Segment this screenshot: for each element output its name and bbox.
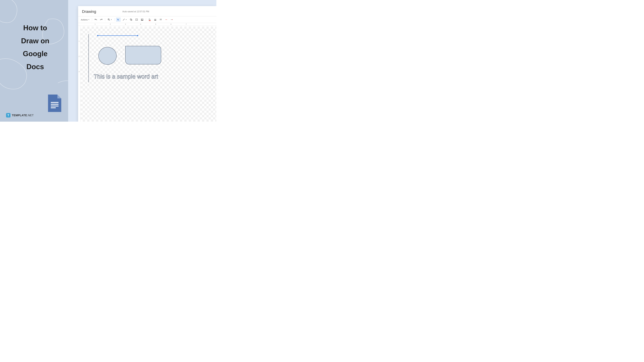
fill-color-icon (148, 18, 151, 21)
undo-button[interactable] (94, 18, 98, 22)
separator (146, 18, 146, 21)
template-logo-icon: T (6, 113, 10, 117)
svg-text:T: T (136, 19, 137, 20)
google-docs-icon (48, 95, 61, 112)
horizontal-line-shape-selected[interactable] (98, 35, 138, 36)
shape-icon (130, 18, 132, 21)
image-button[interactable] (140, 18, 144, 22)
template-net-logo: T TEMPLATE.NET (6, 113, 34, 117)
select-tool-button[interactable] (116, 18, 120, 22)
vertical-line-shape[interactable] (88, 34, 89, 82)
ruler-mark: 5 (156, 23, 156, 25)
undo-icon (94, 18, 97, 21)
brand-name: TEMPLATE (12, 114, 27, 117)
ruler-mark: 3 (125, 23, 126, 25)
redo-icon (100, 18, 102, 21)
line-tool-button[interactable]: ▼ (122, 18, 128, 22)
horizontal-ruler: 1 2 3 4 5 6 7 (78, 23, 216, 26)
drawing-canvas[interactable]: This is a sample word art (80, 27, 216, 122)
drawing-header: Drawing Auto-saved at 12:57:01 PM (78, 6, 216, 16)
word-art-text[interactable]: This is a sample word art (94, 73, 158, 80)
circle-shape[interactable] (98, 47, 116, 65)
text-box-icon: T (135, 18, 138, 21)
drawing-title: Drawing (82, 10, 96, 14)
cursor-icon (117, 18, 120, 21)
ruler-mark: 6 (170, 23, 172, 25)
shape-tool-button[interactable] (129, 18, 134, 22)
line-weight-button[interactable] (153, 18, 158, 22)
brand-suffix: .NET (27, 114, 34, 117)
zoom-button[interactable]: ▼ (106, 18, 113, 22)
actions-label: Actions (81, 19, 88, 21)
line-icon (122, 18, 125, 21)
main-title: How to Draw on Google Docs (14, 22, 56, 73)
svg-line-1 (109, 20, 110, 21)
svg-point-10 (142, 19, 142, 20)
toolbar: Actions ▼ ▼ (78, 16, 216, 23)
redo-button[interactable] (99, 18, 104, 22)
left-panel: How to Draw on Google Docs T TEMPLATE.NE… (0, 0, 68, 122)
dropdown-icon: ▼ (126, 19, 127, 20)
ruler-mark: 1 (95, 23, 96, 25)
svg-line-4 (123, 19, 124, 21)
rounded-rectangle-shape[interactable] (125, 46, 161, 64)
line-dash-icon (160, 18, 162, 21)
line-end-icon (170, 18, 173, 21)
vertical-ruler: 1 2 3 (78, 27, 80, 122)
side-ruler-mark: 1 (79, 40, 80, 42)
side-ruler-mark: 3 (79, 71, 80, 72)
image-icon (141, 18, 143, 21)
text-box-button[interactable]: T (134, 18, 139, 22)
line-start-icon (165, 18, 168, 21)
zoom-icon (108, 18, 110, 21)
line-start-button[interactable] (164, 18, 168, 22)
line-end-button[interactable] (170, 18, 174, 22)
actions-menu[interactable]: Actions ▼ (80, 18, 90, 22)
selection-handle-right[interactable] (137, 35, 138, 36)
svg-rect-11 (149, 21, 151, 21)
fill-color-button[interactable] (147, 18, 152, 22)
line-dash-button[interactable] (158, 18, 163, 22)
ruler-mark: 2 (110, 23, 111, 25)
right-panel: Drawing Auto-saved at 12:57:01 PM Action… (68, 0, 216, 122)
ruler-mark: 4 (140, 23, 141, 25)
dropdown-icon: ▼ (111, 19, 112, 20)
auto-saved-text: Auto-saved at 12:57:01 PM (122, 10, 149, 13)
line-weight-icon (154, 18, 156, 21)
selection-handle-left[interactable] (97, 35, 98, 36)
drawing-window: Drawing Auto-saved at 12:57:01 PM Action… (78, 6, 216, 122)
dropdown-icon: ▼ (88, 19, 90, 20)
ruler-mark: 7 (186, 23, 186, 25)
svg-rect-6 (131, 20, 132, 21)
separator (105, 18, 105, 21)
side-ruler-mark: 2 (79, 56, 80, 57)
